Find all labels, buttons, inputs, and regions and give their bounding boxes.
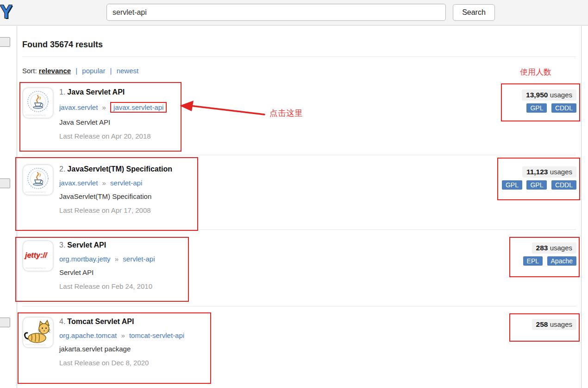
- jetty-logo-icon: jetty:// mvnrepository: [23, 241, 53, 271]
- divider: [22, 57, 576, 57]
- left-edge-stub: [0, 318, 10, 327]
- breadcrumb-separator-icon: »: [102, 179, 106, 187]
- sort-option-relevance[interactable]: relevance: [39, 67, 71, 75]
- divider: [22, 229, 576, 230]
- usage-block: 13,950 usages GPL CDDL: [522, 89, 576, 113]
- breadcrumb-separator-icon: »: [121, 331, 125, 339]
- last-release-text: Last Release on Dec 8, 2020: [59, 359, 184, 367]
- sort-separator: |: [110, 67, 112, 75]
- group-link[interactable]: javax.servlet: [59, 103, 98, 111]
- result-number: 2.: [59, 165, 65, 173]
- icon-watermark: mvnrepository: [25, 191, 46, 193]
- search-input[interactable]: [106, 4, 446, 21]
- jcp-logo-icon: mvnrepository: [23, 88, 53, 118]
- search-button[interactable]: Search: [453, 4, 495, 21]
- group-link[interactable]: org.mortbay.jetty: [59, 255, 111, 263]
- result-description: Java Servlet API: [59, 118, 167, 126]
- result-number: 4.: [59, 318, 65, 325]
- artifact-link[interactable]: tomcat-servlet-api: [129, 331, 184, 339]
- icon-watermark: mvnrepository: [25, 343, 46, 346]
- last-release-text: Last Release on Apr 20, 2018: [59, 132, 167, 140]
- sort-bar: Sort: relevance | popular | newest: [22, 67, 138, 75]
- last-release-text: Last Release on Feb 24, 2010: [59, 282, 155, 290]
- license-badge[interactable]: CDDL: [551, 180, 576, 190]
- license-badge[interactable]: EPL: [523, 256, 543, 266]
- results-count-heading: Found 35674 results: [22, 40, 103, 50]
- sort-option-popular[interactable]: popular: [82, 67, 105, 75]
- last-release-text: Last Release on Apr 17, 2008: [59, 206, 172, 214]
- result-description: jakarta.servlet package: [59, 345, 184, 353]
- result-title[interactable]: 3.Servlet API: [59, 241, 155, 249]
- result-description: JavaServlet(TM) Specification: [59, 192, 172, 200]
- sort-option-newest[interactable]: newest: [117, 67, 139, 75]
- divider: [22, 155, 576, 155]
- artifact-link-annotation-box: javax.servlet-api: [110, 102, 167, 113]
- usage-block: 11,123 usages GPL GPL CDDL: [500, 166, 576, 190]
- usage-block: 283 usages EPL Apache: [521, 242, 576, 266]
- usage-block: 258 usages: [532, 319, 576, 330]
- license-badge[interactable]: GPL: [502, 180, 522, 190]
- tomcat-logo-icon: mvnrepository: [23, 318, 53, 347]
- artifact-link[interactable]: servlet-api: [110, 179, 142, 187]
- group-link[interactable]: javax.servlet: [59, 179, 98, 187]
- result-description: Servlet API: [59, 268, 155, 276]
- icon-watermark: mvnrepository: [25, 114, 46, 116]
- jetty-logo-text: jetty://: [25, 251, 47, 260]
- artifact-link[interactable]: javax.servlet-api: [113, 103, 163, 111]
- license-badge[interactable]: CDDL: [551, 103, 576, 113]
- jcp-logo-icon: mvnrepository: [23, 165, 53, 195]
- result-number: 1.: [59, 88, 65, 96]
- mvnrepository-search-page: Y Search Found 35674 results Sort: relev…: [0, 0, 588, 388]
- result-number: 3.: [59, 241, 65, 249]
- license-badge[interactable]: Apache: [547, 256, 576, 266]
- result-title[interactable]: 4.Tomcat Servlet API: [59, 318, 184, 326]
- left-edge-stub: [0, 37, 10, 47]
- site-logo[interactable]: Y: [0, 1, 12, 22]
- result-title[interactable]: 1.Java Servlet API: [59, 88, 167, 96]
- result-title[interactable]: 2.JavaServlet(TM) Specification: [59, 165, 172, 173]
- breadcrumb-separator-icon: »: [115, 255, 119, 263]
- sort-separator: |: [75, 67, 77, 75]
- icon-watermark: mvnrepository: [25, 267, 46, 269]
- license-badge[interactable]: GPL: [526, 103, 547, 113]
- artifact-link[interactable]: servlet-api: [123, 255, 155, 263]
- usages-count: 283 usages: [532, 242, 576, 254]
- usages-count: 13,950 usages: [522, 89, 576, 101]
- breadcrumb-separator-icon: »: [102, 103, 106, 111]
- left-edge-stub: [0, 178, 10, 188]
- top-search-bar: Y Search: [0, 0, 588, 25]
- usages-count: 258 usages: [532, 319, 576, 330]
- divider: [22, 306, 576, 306]
- usages-count: 11,123 usages: [522, 166, 576, 178]
- sort-label: Sort:: [22, 67, 37, 75]
- license-badge[interactable]: GPL: [526, 180, 547, 190]
- group-link[interactable]: org.apache.tomcat: [59, 331, 117, 339]
